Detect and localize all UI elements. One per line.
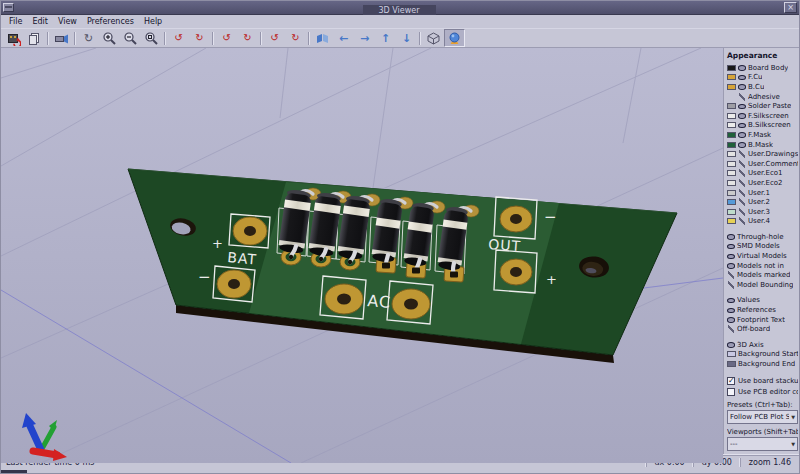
3d-viewer-window: 3D Viewer × File Edit View Preferences H… bbox=[0, 0, 800, 474]
environment-row[interactable]: 3D Axis bbox=[727, 340, 798, 350]
model-option-row[interactable]: SMD Models bbox=[727, 242, 798, 252]
background-color-swatch[interactable] bbox=[727, 361, 736, 367]
model-option-row[interactable]: Through-hole bbox=[727, 232, 798, 242]
visibility-icon[interactable] bbox=[738, 208, 746, 216]
visibility-icon[interactable] bbox=[727, 281, 735, 289]
main-area: + BAT − AC OUT − + bbox=[1, 48, 799, 454]
visibility-icon[interactable] bbox=[738, 141, 746, 149]
viewport[interactable]: + BAT − AC OUT − + bbox=[1, 48, 723, 454]
title-bar[interactable]: 3D Viewer × bbox=[1, 1, 799, 15]
visibility-icon[interactable] bbox=[727, 325, 735, 333]
raytracing-render-button[interactable] bbox=[444, 29, 465, 47]
rotate-y-cw-button[interactable]: ↻ bbox=[237, 29, 258, 47]
visibility-icon[interactable] bbox=[727, 306, 735, 314]
layer-color-swatch bbox=[727, 209, 736, 215]
visibility-icon[interactable] bbox=[738, 131, 746, 139]
visibility-icon[interactable] bbox=[727, 296, 735, 304]
text-option-row[interactable]: Footprint Text bbox=[727, 315, 798, 325]
background-color-swatch[interactable] bbox=[727, 351, 736, 357]
move-down-button[interactable]: ↓ bbox=[396, 29, 417, 47]
rotate-z-cw-button[interactable]: ↻ bbox=[285, 29, 306, 47]
rotate-x-ccw-button[interactable]: ↺ bbox=[168, 29, 189, 47]
menu-view[interactable]: View bbox=[53, 16, 82, 27]
text-option-row[interactable]: Off-board bbox=[727, 324, 798, 334]
visibility-icon[interactable] bbox=[738, 160, 746, 168]
presets-dropdown[interactable]: Follow PCB Plot Se... ▼ bbox=[727, 410, 798, 424]
rotate-y-ccw-button[interactable]: ↺ bbox=[216, 29, 237, 47]
rotate-z-ccw-button[interactable]: ↺ bbox=[264, 29, 285, 47]
text-option-row[interactable]: Values bbox=[727, 296, 798, 306]
visibility-icon[interactable] bbox=[738, 121, 746, 129]
layer-row[interactable]: User.Eco1 bbox=[727, 169, 798, 179]
menu-file[interactable]: File bbox=[4, 16, 27, 27]
layer-row[interactable]: User.1 bbox=[727, 188, 798, 198]
visibility-icon[interactable] bbox=[727, 262, 735, 270]
model-option-row[interactable]: Models not in bbox=[727, 261, 798, 271]
visibility-icon[interactable] bbox=[727, 252, 735, 260]
visibility-icon[interactable] bbox=[738, 102, 746, 110]
layer-row[interactable]: F.Mask bbox=[727, 130, 798, 140]
copy-image-button[interactable] bbox=[24, 29, 45, 47]
visibility-icon[interactable] bbox=[738, 169, 746, 177]
layer-row[interactable]: User.4 bbox=[727, 217, 798, 227]
checkbox-icon[interactable] bbox=[727, 388, 735, 396]
flip-board-button[interactable] bbox=[312, 29, 333, 47]
visibility-icon[interactable] bbox=[738, 198, 746, 206]
visibility-icon[interactable] bbox=[738, 73, 746, 81]
visibility-icon[interactable] bbox=[738, 64, 746, 72]
visibility-icon[interactable] bbox=[727, 316, 735, 324]
visibility-icon[interactable] bbox=[727, 341, 735, 349]
layer-row[interactable]: B.Mask bbox=[727, 140, 798, 150]
visibility-icon[interactable] bbox=[738, 179, 746, 187]
layer-row[interactable]: F.Silkscreen bbox=[727, 111, 798, 121]
visibility-icon[interactable] bbox=[738, 93, 746, 101]
visibility-icon[interactable] bbox=[727, 242, 735, 250]
stackup-colors-checkbox-row[interactable]: Use board stackup co bbox=[727, 375, 798, 386]
visibility-icon[interactable] bbox=[738, 112, 746, 120]
zoom-out-button[interactable] bbox=[120, 29, 141, 47]
viewports-label: Viewports (Shift+Tab): bbox=[727, 428, 798, 436]
menu-help[interactable]: Help bbox=[139, 16, 167, 27]
layer-row[interactable]: User.Comments bbox=[727, 159, 798, 169]
menu-edit[interactable]: Edit bbox=[27, 16, 53, 27]
move-right-button[interactable]: → bbox=[354, 29, 375, 47]
layer-row[interactable]: User.Drawings bbox=[727, 149, 798, 159]
visibility-icon[interactable] bbox=[738, 83, 746, 91]
visibility-icon[interactable] bbox=[727, 271, 735, 279]
visibility-icon[interactable] bbox=[727, 233, 735, 241]
text-option-row[interactable]: References bbox=[727, 305, 798, 315]
visibility-icon[interactable] bbox=[738, 217, 746, 225]
layer-row[interactable]: Board Body bbox=[727, 63, 798, 73]
environment-row[interactable]: Background Start bbox=[727, 350, 798, 360]
layer-row[interactable]: Adhesive bbox=[727, 92, 798, 102]
window-menu-icon[interactable] bbox=[3, 3, 14, 12]
model-option-row[interactable]: Virtual Models bbox=[727, 251, 798, 261]
model-option-row[interactable]: Model Bounding bbox=[727, 280, 798, 290]
orthographic-projection-button[interactable] bbox=[423, 29, 444, 47]
zoom-fit-button[interactable] bbox=[141, 29, 162, 47]
render-options-button[interactable] bbox=[51, 29, 72, 47]
menu-preferences[interactable]: Preferences bbox=[82, 16, 139, 27]
layer-row[interactable]: B.Cu bbox=[727, 82, 798, 92]
zoom-in-button[interactable] bbox=[99, 29, 120, 47]
viewports-dropdown[interactable]: --- ▼ bbox=[727, 437, 798, 451]
refresh-view-button[interactable]: ↻ bbox=[78, 29, 99, 47]
environment-row[interactable]: Background End bbox=[727, 359, 798, 369]
visibility-icon[interactable] bbox=[738, 150, 746, 158]
layer-row[interactable]: Solder Paste bbox=[727, 101, 798, 111]
close-icon[interactable]: × bbox=[784, 2, 797, 13]
move-left-button[interactable]: ← bbox=[333, 29, 354, 47]
reload-board-button[interactable] bbox=[3, 29, 24, 47]
layer-row[interactable]: User.Eco2 bbox=[727, 178, 798, 188]
move-up-button[interactable]: ↑ bbox=[375, 29, 396, 47]
layer-row[interactable]: User.3 bbox=[727, 207, 798, 217]
layer-row[interactable]: F.Cu bbox=[727, 73, 798, 83]
checkbox-icon[interactable] bbox=[727, 377, 735, 385]
layer-row[interactable]: B.Silkscreen bbox=[727, 121, 798, 131]
layer-row[interactable]: User.2 bbox=[727, 197, 798, 207]
visibility-icon[interactable] bbox=[738, 189, 746, 197]
3d-scene[interactable]: + BAT − AC OUT − + bbox=[1, 48, 723, 463]
model-option-row[interactable]: Models marked bbox=[727, 270, 798, 280]
editor-copper-checkbox-row[interactable]: Use PCB editor coppe bbox=[727, 386, 798, 397]
rotate-x-cw-button[interactable]: ↻ bbox=[189, 29, 210, 47]
